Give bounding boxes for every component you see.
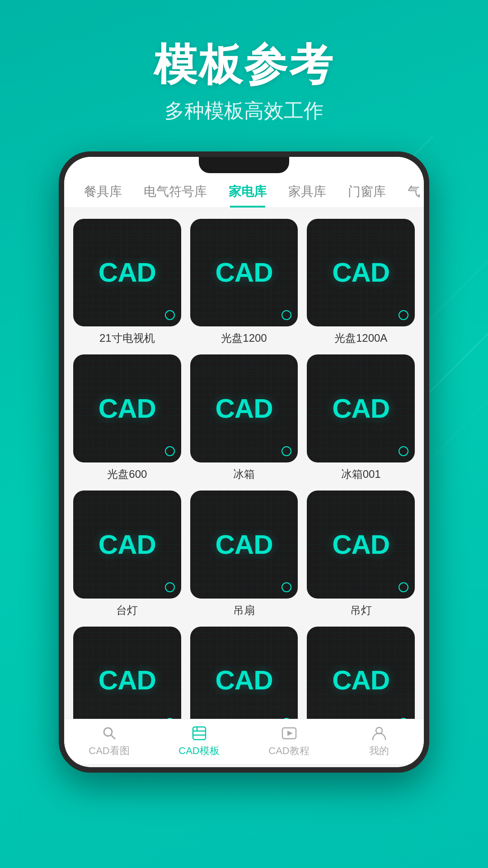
list-item[interactable]: CAD 光盘600	[73, 354, 181, 481]
cad-thumbnail: CAD	[307, 627, 415, 719]
cad-thumbnail: CAD	[307, 354, 415, 462]
cad-thumbnail: CAD	[307, 219, 415, 327]
cad-thumbnail: CAD	[73, 219, 181, 327]
tab-canteen[interactable]: 餐具库	[73, 178, 133, 208]
list-item[interactable]: CAD 射灯	[307, 627, 415, 719]
nav-item-tutorial[interactable]: CAD教程	[244, 725, 334, 758]
list-item[interactable]: CAD 冰箱	[190, 354, 298, 481]
nav-item-mine[interactable]: 我的	[334, 725, 424, 758]
svg-line-1	[111, 735, 115, 739]
cad-label: CAD	[215, 257, 272, 288]
nav-label-mine: 我的	[369, 744, 389, 758]
cad-label: CAD	[215, 393, 272, 424]
search-icon	[101, 725, 117, 741]
list-item[interactable]: CAD 光盘1200	[190, 219, 298, 346]
template-grid: CAD 21寸电视机 CAD 光盘1200 CA	[64, 208, 424, 719]
crosshair-icon	[165, 582, 175, 592]
item-name: 光盘1200A	[334, 331, 387, 345]
bottom-navigation: CAD看图 CAD模板 CAD教程	[64, 719, 424, 764]
crosshair-icon	[399, 582, 408, 592]
play-icon	[281, 725, 297, 741]
list-item[interactable]: CAD 冰箱001	[307, 354, 415, 481]
list-item[interactable]: CAD 复印机001	[190, 627, 298, 719]
phone-notch	[199, 157, 289, 173]
phone-mockup: 餐具库 电气符号库 家电库 家具库 门窗库 气 CAD 21	[0, 151, 488, 773]
list-item[interactable]: CAD 吊扇	[190, 491, 298, 618]
nav-label-tutorial: CAD教程	[268, 744, 309, 758]
list-item[interactable]: CAD 光盘1200A	[307, 219, 415, 346]
page-title: 模板参考	[0, 41, 488, 89]
page-subtitle: 多种模板高效工作	[0, 98, 488, 124]
crosshair-icon	[165, 446, 175, 456]
cad-label: CAD	[99, 665, 156, 696]
item-name: 吊灯	[350, 603, 372, 618]
cad-label: CAD	[332, 393, 389, 424]
svg-marker-7	[287, 731, 293, 736]
cad-thumbnail: CAD	[190, 491, 298, 599]
cad-thumbnail: CAD	[73, 627, 181, 719]
crosshair-icon	[165, 310, 175, 320]
cad-label: CAD	[99, 257, 156, 288]
cad-thumbnail: CAD	[73, 491, 181, 599]
nav-label-template: CAD模板	[178, 744, 219, 758]
cad-label: CAD	[332, 257, 389, 288]
item-name: 台灯	[116, 603, 138, 618]
cad-thumbnail: CAD	[307, 491, 415, 599]
cad-label: CAD	[215, 665, 272, 696]
item-name: 冰箱	[233, 467, 255, 481]
cad-thumbnail: CAD	[190, 354, 298, 462]
list-item[interactable]: CAD 吊灯	[307, 491, 415, 618]
tab-other[interactable]: 气	[397, 178, 424, 208]
nav-item-view[interactable]: CAD看图	[64, 725, 154, 758]
tab-door[interactable]: 门窗库	[337, 178, 397, 208]
cad-label: CAD	[332, 665, 389, 696]
svg-rect-2	[193, 727, 206, 740]
cad-thumbnail: CAD	[190, 219, 298, 327]
list-item[interactable]: CAD 吸顶灯001	[73, 627, 181, 719]
nav-label-view: CAD看图	[89, 744, 129, 758]
cad-thumbnail: CAD	[73, 354, 181, 462]
crosshair-icon	[282, 582, 291, 592]
tabs-list: 餐具库 电气符号库 家电库 家具库 门窗库 气	[64, 178, 424, 208]
cad-label: CAD	[99, 529, 156, 560]
cad-label: CAD	[215, 529, 272, 560]
phone-frame: 餐具库 电气符号库 家电库 家具库 门窗库 气 CAD 21	[59, 151, 429, 773]
item-name: 光盘600	[107, 467, 147, 481]
item-name: 光盘1200	[221, 331, 267, 345]
item-name: 吊扇	[233, 603, 255, 618]
template-icon	[191, 725, 207, 741]
header: 模板参考 多种模板高效工作	[0, 0, 488, 151]
tab-furniture[interactable]: 家具库	[277, 178, 337, 208]
list-item[interactable]: CAD 台灯	[73, 491, 181, 618]
cad-label: CAD	[99, 393, 156, 424]
user-icon	[371, 725, 387, 741]
tab-appliance[interactable]: 家电库	[218, 178, 277, 208]
app-screen: 餐具库 电气符号库 家电库 家具库 门窗库 气 CAD 21	[64, 157, 424, 767]
cad-thumbnail: CAD	[190, 627, 298, 719]
item-name: 冰箱001	[341, 467, 381, 481]
cad-label: CAD	[332, 529, 389, 560]
crosshair-icon	[399, 446, 408, 456]
item-name: 21寸电视机	[99, 331, 155, 345]
list-item[interactable]: CAD 21寸电视机	[73, 219, 181, 346]
nav-item-template[interactable]: CAD模板	[154, 725, 244, 758]
tab-electric[interactable]: 电气符号库	[133, 178, 218, 208]
